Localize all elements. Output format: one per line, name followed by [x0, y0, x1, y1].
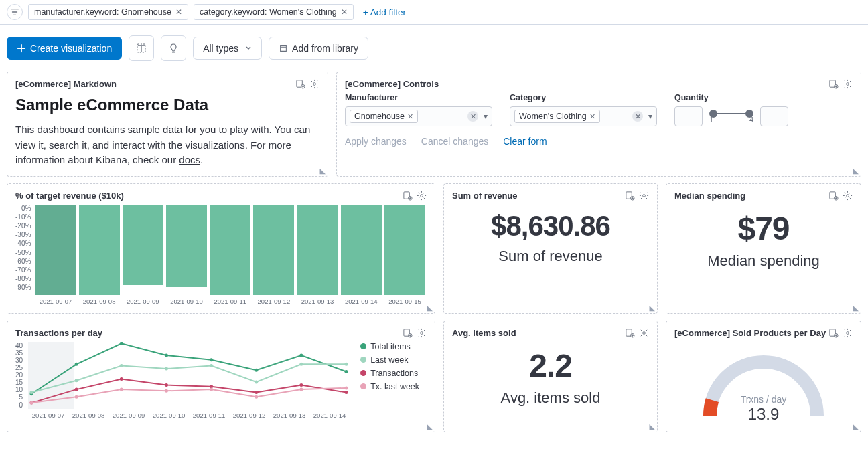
chevron-down-icon[interactable]: ▾ — [484, 112, 488, 121]
panel-settings-icon[interactable] — [417, 328, 427, 338]
apply-changes-button[interactable]: Apply changes — [345, 136, 407, 147]
panel-median-spending: Median spending $79 Median spending ◢ — [666, 183, 861, 314]
panel-create-drilldown-icon[interactable] — [828, 328, 839, 338]
chevron-down-icon — [245, 45, 252, 52]
remove-filter-icon[interactable]: ✕ — [175, 7, 182, 17]
svg-point-25 — [255, 368, 258, 371]
quantity-min-input[interactable] — [674, 106, 703, 126]
svg-point-37 — [75, 387, 78, 391]
panel-title: [eCommerce] Sold Products per Day — [674, 328, 826, 338]
filter-pill-manufacturer[interactable]: manufacturer.keyword: Gnomehouse ✕ — [28, 4, 188, 20]
filter-pill-label: manufacturer.keyword: Gnomehouse — [34, 7, 171, 17]
panel-settings-icon[interactable] — [639, 191, 649, 201]
legend-item: Transactions — [370, 369, 418, 378]
svg-point-54 — [643, 331, 646, 334]
svg-point-23 — [165, 353, 168, 357]
resize-handle[interactable]: ◢ — [853, 304, 859, 312]
combobox-tag[interactable]: Gnomehouse ✕ — [350, 110, 418, 123]
control-manufacturer: Manufacturer Gnomehouse ✕ ✕ ▾ — [345, 93, 492, 126]
text-tool-button[interactable] — [129, 35, 154, 61]
legend-item: Tx. last week — [370, 382, 419, 391]
remove-tag-icon[interactable]: ✕ — [407, 112, 413, 121]
line-chart-x-axis: 2021-09-072021-09-082021-09-092021-09-10… — [28, 412, 350, 419]
panel-create-drilldown-icon[interactable] — [828, 79, 839, 89]
clear-form-button[interactable]: Clear form — [503, 136, 547, 147]
all-types-selector[interactable]: All types — [193, 37, 262, 60]
panel-markdown: [eCommerce] Markdown Sample eCommerce Da… — [7, 72, 328, 177]
metric-label: Sum of revenue — [452, 248, 649, 265]
add-from-library-button[interactable]: Add from library — [269, 37, 368, 60]
svg-point-33 — [255, 380, 258, 383]
panel-create-drilldown-icon[interactable] — [295, 79, 305, 89]
bar-chart-x-axis: 2021-09-072021-09-082021-09-092021-09-10… — [33, 298, 427, 305]
filter-pill-category[interactable]: category.keyword: Women's Clothing ✕ — [194, 4, 354, 20]
resize-handle[interactable]: ◢ — [853, 167, 859, 175]
svg-point-49 — [255, 395, 258, 398]
panel-settings-icon[interactable] — [417, 191, 427, 201]
category-combobox[interactable]: Women's Clothing ✕ ✕ ▾ — [510, 106, 657, 126]
markdown-heading: Sample eCommerce Data — [15, 96, 319, 114]
resize-handle[interactable]: ◢ — [427, 304, 433, 312]
panel-settings-icon[interactable] — [843, 328, 853, 338]
panel-settings-icon[interactable] — [639, 328, 649, 338]
quantity-max-input[interactable] — [760, 106, 788, 126]
docs-link[interactable]: docs — [179, 154, 200, 165]
panel-title: % of target revenue ($10k) — [15, 191, 124, 201]
panel-settings-icon[interactable] — [843, 79, 853, 89]
bar — [341, 205, 382, 295]
line-chart-legend: Total items Last week Transactions Tx. l… — [360, 342, 427, 419]
markdown-body: This dashboard contains sample data for … — [15, 122, 319, 168]
panel-settings-icon[interactable] — [843, 191, 853, 201]
combobox-tag[interactable]: Women's Clothing ✕ — [514, 110, 600, 123]
panel-create-drilldown-icon[interactable] — [625, 328, 635, 338]
cancel-changes-button[interactable]: Cancel changes — [421, 136, 488, 147]
svg-point-21 — [75, 362, 78, 365]
slider-thumb-min[interactable] — [709, 110, 717, 118]
panel-settings-icon[interactable] — [309, 79, 319, 89]
bar — [123, 205, 163, 295]
resize-handle[interactable]: ◢ — [853, 422, 859, 431]
filter-menu-button[interactable] — [7, 4, 23, 20]
control-category: Category Women's Clothing ✕ ✕ ▾ — [510, 93, 657, 126]
selector-label: All types — [203, 43, 238, 54]
remove-tag-icon[interactable]: ✕ — [589, 112, 595, 121]
svg-point-47 — [165, 389, 168, 392]
metric-label: Avg. items sold — [452, 389, 649, 407]
resize-handle[interactable]: ◢ — [320, 167, 326, 175]
create-visualization-button[interactable]: Create visualization — [7, 37, 122, 60]
bar — [35, 205, 76, 295]
clear-combobox-icon[interactable]: ✕ — [467, 111, 478, 122]
svg-point-46 — [120, 387, 123, 391]
add-filter-link[interactable]: + Add filter — [359, 7, 406, 17]
gauge-label: Trxns / day — [741, 394, 787, 405]
svg-point-43 — [345, 391, 348, 394]
svg-point-35 — [345, 362, 348, 365]
svg-point-42 — [299, 383, 303, 386]
svg-point-27 — [345, 369, 348, 373]
panel-create-drilldown-icon[interactable] — [828, 191, 839, 201]
clear-combobox-icon[interactable]: ✕ — [632, 111, 643, 122]
image-tool-button[interactable] — [161, 35, 186, 61]
button-label: Add from library — [292, 43, 358, 54]
quantity-slider[interactable]: 1 4 — [709, 109, 753, 124]
slider-thumb-max[interactable] — [745, 110, 753, 118]
panel-transactions-per-day: Transactions per day 4035302520151050 20… — [7, 321, 435, 432]
panel-create-drilldown-icon[interactable] — [403, 191, 413, 201]
metric-value: $8,630.86 — [452, 210, 649, 242]
filter-bar: manufacturer.keyword: Gnomehouse ✕ categ… — [0, 0, 868, 25]
resize-handle[interactable]: ◢ — [650, 422, 655, 431]
resize-handle[interactable]: ◢ — [650, 304, 655, 312]
bar — [253, 205, 294, 295]
bar — [166, 205, 207, 295]
chevron-down-icon[interactable]: ▾ — [648, 112, 652, 121]
panel-create-drilldown-icon[interactable] — [403, 328, 413, 338]
svg-point-18 — [421, 331, 423, 334]
manufacturer-combobox[interactable]: Gnomehouse ✕ ✕ ▾ — [345, 106, 492, 126]
panel-title: Avg. items sold — [452, 328, 516, 338]
panel-create-drilldown-icon[interactable] — [625, 191, 635, 201]
resize-handle[interactable]: ◢ — [427, 422, 433, 431]
svg-point-45 — [75, 395, 78, 398]
remove-filter-icon[interactable]: ✕ — [341, 7, 348, 17]
svg-point-44 — [30, 401, 33, 404]
svg-point-26 — [299, 353, 303, 357]
